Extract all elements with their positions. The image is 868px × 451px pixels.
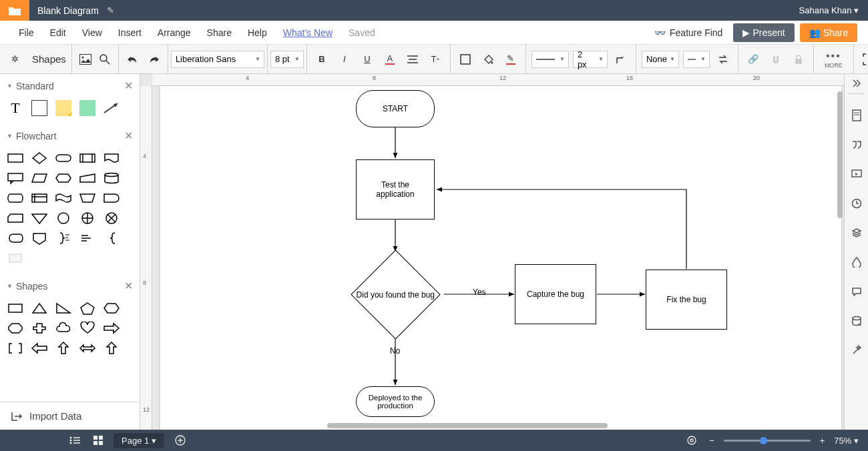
pencil-icon[interactable]: ✎ [107, 5, 114, 15]
node-test[interactable]: Test the application [356, 159, 435, 219]
search-shapes-button[interactable] [97, 50, 113, 69]
canvas-v-scrollbar[interactable] [837, 91, 843, 218]
redo-button[interactable] [145, 50, 162, 69]
gear-icon[interactable]: ✲ [5, 50, 24, 69]
node-decision[interactable]: Did you found the bug [351, 250, 440, 339]
grid-view-button[interactable] [91, 436, 105, 445]
shape-right-arrow[interactable] [101, 320, 122, 336]
shape-heart[interactable] [77, 320, 97, 336]
fc-hexagon[interactable] [53, 170, 73, 186]
shape-cross[interactable] [29, 320, 49, 336]
menu-share[interactable]: Share [199, 27, 240, 38]
shape-hexagon[interactable] [101, 300, 122, 316]
shape-right-triangle[interactable] [53, 300, 73, 316]
node-deploy[interactable]: Deployed to the production [356, 386, 435, 417]
fc-sum[interactable] [101, 210, 122, 226]
text-color-button[interactable]: A [381, 50, 399, 69]
shape-up-arrow[interactable] [53, 340, 73, 356]
list-view-button[interactable] [67, 436, 83, 445]
dock-history-button[interactable] [849, 195, 865, 211]
line-style-select[interactable] [531, 51, 569, 68]
dock-chat-button[interactable] [849, 284, 865, 300]
swap-ends-button[interactable] [714, 50, 732, 69]
zoom-slider[interactable] [724, 440, 811, 442]
fc-note[interactable] [77, 230, 97, 246]
rect-shape[interactable] [29, 100, 49, 116]
close-icon[interactable]: ✕ [124, 129, 133, 142]
fc-process[interactable] [5, 150, 25, 166]
fc-data[interactable] [29, 170, 49, 186]
italic-button[interactable]: I [335, 50, 354, 69]
zoom-in-button[interactable]: + [817, 436, 828, 446]
close-icon[interactable]: ✕ [124, 79, 133, 92]
collapse-dock-button[interactable] [849, 78, 865, 94]
fc-connector[interactable] [53, 210, 73, 226]
note-shape[interactable] [53, 100, 73, 116]
zoom-level[interactable]: 75% ▾ [834, 436, 859, 446]
menu-view[interactable]: View [74, 27, 110, 38]
insert-image-button[interactable] [77, 50, 93, 69]
group-header-flowchart[interactable]: ▼ Flowchart ✕ [0, 124, 140, 147]
dock-magic-button[interactable] [849, 342, 865, 358]
fc-delay[interactable] [101, 190, 122, 206]
link-button[interactable]: 🔗 [744, 50, 763, 69]
menu-whatsnew[interactable]: What's New [275, 27, 341, 38]
add-page-button[interactable] [172, 435, 188, 446]
share-button[interactable]: 👥 Share [800, 23, 857, 42]
underline-button[interactable]: U [358, 50, 377, 69]
shape-up-arrow2[interactable] [101, 340, 122, 356]
menu-insert[interactable]: Insert [110, 27, 150, 38]
shape-bg-button[interactable] [479, 50, 497, 69]
clear-format-button[interactable]: T× [426, 50, 445, 69]
dock-comments-button[interactable] [849, 137, 865, 153]
block-shape[interactable] [77, 100, 97, 116]
node-fix[interactable]: Fix the bug [646, 270, 727, 330]
canvas-h-scrollbar[interactable] [327, 423, 608, 428]
more-button[interactable]: ••• MORE [819, 50, 848, 69]
dock-present-button[interactable] [849, 166, 865, 182]
menu-arrange[interactable]: Arrange [150, 27, 199, 38]
fc-or[interactable] [77, 210, 97, 226]
target-button[interactable] [684, 435, 700, 446]
font-family-select[interactable]: Liberation Sans [171, 51, 264, 68]
menu-edit[interactable]: Edit [42, 27, 74, 38]
canvas-page[interactable]: START Test the application Did you found… [160, 86, 841, 430]
magnet-button[interactable] [767, 50, 785, 69]
zoom-thumb[interactable] [760, 437, 767, 444]
fc-manual-op[interactable] [77, 190, 97, 206]
present-button[interactable]: ▶ Present [733, 23, 794, 42]
fc-display[interactable] [5, 230, 25, 246]
close-icon[interactable]: ✕ [124, 280, 133, 292]
page-tab[interactable]: Page 1 ▾ [114, 433, 164, 448]
fc-stored[interactable] [5, 190, 25, 206]
menu-file[interactable]: File [11, 27, 42, 38]
fc-card[interactable] [5, 210, 25, 226]
fc-callout[interactable] [5, 170, 25, 186]
dock-layers-button[interactable] [849, 225, 865, 241]
node-capture[interactable]: Capture the bug [515, 264, 596, 324]
fc-manual-input[interactable] [77, 170, 97, 186]
align-button[interactable] [403, 50, 422, 69]
fc-tape[interactable] [53, 190, 73, 206]
group-header-shapes[interactable]: ▼ Shapes ✕ [0, 274, 140, 298]
arrow-start-select[interactable]: None [642, 51, 679, 68]
group-header-standard[interactable]: ▼ Standard ✕ [0, 74, 140, 97]
fc-document[interactable] [101, 150, 122, 166]
feature-find-button[interactable]: 👓 Feature Find [649, 27, 728, 38]
fc-terminator[interactable] [53, 150, 73, 166]
zoom-out-button[interactable]: − [706, 436, 717, 446]
undo-button[interactable] [124, 50, 142, 69]
dock-data-button[interactable] [849, 313, 865, 329]
logo-button[interactable] [0, 0, 29, 21]
shape-cloud[interactable] [53, 320, 73, 336]
document-title[interactable]: Blank Diagram [29, 5, 107, 16]
shape-double-arrow[interactable] [77, 340, 97, 356]
text-shape[interactable]: T [5, 100, 25, 116]
fc-brace-close[interactable] [53, 230, 73, 246]
bold-button[interactable]: B [312, 50, 331, 69]
fc-database[interactable] [101, 170, 122, 186]
font-size-select[interactable]: 8 pt [270, 51, 304, 68]
lock-button[interactable] [789, 50, 808, 69]
fc-predef[interactable] [77, 150, 97, 166]
fill-button[interactable] [456, 50, 475, 69]
